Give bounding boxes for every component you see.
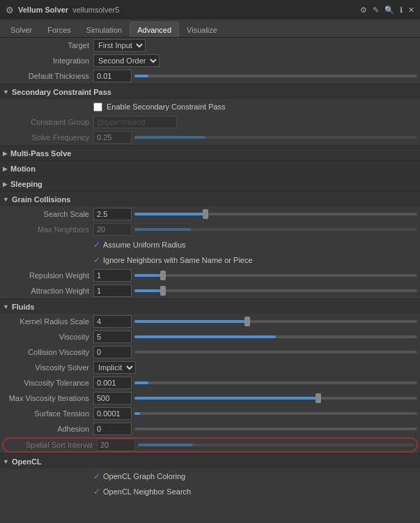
tab-solver[interactable]: Solver — [3, 22, 40, 37]
tab-advanced[interactable]: Advanced — [130, 22, 179, 37]
fluids-title: Fluids — [12, 303, 34, 311]
settings-icon[interactable]: ⚙ — [360, 6, 367, 15]
viscosity-row: Viscosity — [0, 329, 420, 344]
target-label: Target — [3, 41, 93, 50]
secondary-constraint-header[interactable]: ▼ Secondary Constraint Pass — [0, 84, 420, 99]
constraint-group-input[interactable] — [93, 116, 177, 128]
max-viscosity-iterations-input[interactable] — [93, 392, 132, 404]
ignore-neighbors-label: Ignore Neighbors with Same Name or Piece — [103, 256, 253, 264]
ignore-neighbors-check-icon: ✓ — [93, 255, 100, 265]
fluids-content: Kernel Radius Scale Viscosity Collision … — [0, 314, 420, 453]
collision-viscosity-slider[interactable] — [134, 351, 417, 354]
max-neighbors-field — [93, 223, 417, 236]
opencl-content: ✓ OpenCL Graph Coloring ✓ OpenCL Neighbo… — [0, 469, 420, 499]
multipass-header[interactable]: ▶ Multi-Pass Solve — [0, 145, 420, 160]
attraction-weight-input[interactable] — [93, 285, 132, 297]
kernel-radius-label: Kernel Radius Scale — [3, 317, 93, 326]
grain-collisions-title: Grain Collisions — [12, 195, 70, 204]
solve-frequency-slider[interactable] — [134, 136, 417, 139]
kernel-radius-row: Kernel Radius Scale — [0, 314, 420, 329]
secondary-constraint-content: Enable Secondary Constraint Pass Constra… — [0, 99, 420, 145]
content-area: Target First Input Integration Second Or… — [0, 38, 420, 523]
repulsion-weight-row: Repulsion Weight — [0, 268, 420, 283]
enable-secondary-label: Enable Secondary Constraint Pass — [107, 103, 226, 111]
assume-uniform-label: Assume Uniform Radius — [103, 241, 186, 249]
spatial-sort-input[interactable] — [97, 439, 135, 451]
kernel-radius-input[interactable] — [93, 315, 132, 328]
viscosity-solver-label: Viscosity Solver — [3, 363, 93, 372]
ignore-neighbors-row: ✓ Ignore Neighbors with Same Name or Pie… — [0, 252, 420, 268]
search-scale-slider[interactable] — [134, 213, 417, 215]
viscosity-tolerance-input[interactable] — [93, 377, 132, 389]
viscosity-tolerance-field — [93, 377, 417, 389]
max-neighbors-input[interactable] — [93, 223, 132, 236]
attraction-weight-label: Attraction Weight — [3, 287, 93, 295]
title-bar: ⚙ Vellum Solver vellumsolver5 ⚙ ✎ 🔍 ℹ ✕ — [0, 0, 420, 20]
assume-uniform-check-icon: ✓ — [93, 240, 100, 250]
max-neighbors-label: Max Neighbors — [3, 225, 93, 234]
repulsion-weight-label: Repulsion Weight — [3, 271, 93, 280]
constraint-group-label: Constraint Group — [3, 118, 93, 126]
opencl-neighbor-search-label: OpenCL Neighbor Search — [103, 487, 191, 496]
surface-tension-input[interactable] — [93, 407, 132, 420]
default-thickness-input[interactable] — [93, 70, 132, 82]
edit-icon[interactable]: ✎ — [373, 6, 379, 15]
target-field: First Input — [93, 39, 417, 52]
opencl-neighbor-search-check-icon: ✓ — [93, 487, 100, 497]
surface-tension-slider[interactable] — [134, 412, 417, 415]
search-icon[interactable]: 🔍 — [384, 6, 394, 15]
viscosity-input[interactable] — [93, 331, 132, 343]
enable-secondary-row: Enable Secondary Constraint Pass — [0, 99, 420, 114]
integration-select[interactable]: Second Order — [93, 54, 160, 67]
solve-frequency-field — [93, 131, 417, 144]
fluids-header[interactable]: ▼ Fluids — [0, 298, 420, 314]
assume-uniform-row: ✓ Assume Uniform Radius — [0, 237, 420, 252]
adhesion-input[interactable] — [93, 423, 132, 435]
spatial-sort-row: Spatial Sort Interval — [2, 437, 418, 453]
close-icon[interactable]: ✕ — [408, 6, 414, 15]
search-scale-input[interactable] — [93, 208, 132, 220]
repulsion-weight-slider[interactable] — [134, 274, 417, 277]
multipass-title: Multi-Pass Solve — [10, 149, 71, 158]
max-neighbors-slider[interactable] — [134, 228, 417, 231]
node-name: vellumsolver5 — [72, 6, 119, 14]
opencl-graph-coloring-row: ✓ OpenCL Graph Coloring — [0, 469, 420, 484]
kernel-radius-slider[interactable] — [134, 320, 417, 323]
default-thickness-field — [93, 70, 417, 82]
collision-viscosity-input[interactable] — [93, 346, 132, 358]
viscosity-solver-field: Implicit — [93, 361, 417, 374]
opencl-header[interactable]: ▼ OpenCL — [0, 453, 420, 469]
attraction-weight-field — [93, 285, 417, 297]
max-neighbors-row: Max Neighbors — [0, 222, 420, 237]
viscosity-slider[interactable] — [134, 335, 417, 338]
solve-frequency-input[interactable] — [93, 131, 132, 144]
spatial-sort-field — [97, 439, 414, 451]
max-viscosity-iterations-slider[interactable] — [134, 397, 417, 400]
target-select[interactable]: First Input — [93, 39, 146, 52]
motion-header[interactable]: ▶ Motion — [0, 160, 420, 176]
info-icon[interactable]: ℹ — [400, 6, 403, 15]
adhesion-slider[interactable] — [134, 427, 417, 430]
viscosity-solver-select[interactable]: Implicit — [93, 361, 136, 374]
sleeping-title: Sleeping — [10, 180, 42, 188]
tab-simulation[interactable]: Simulation — [79, 22, 130, 37]
default-thickness-slider[interactable] — [134, 75, 417, 77]
spatial-sort-slider[interactable] — [138, 444, 414, 446]
attraction-weight-slider[interactable] — [134, 289, 417, 292]
max-viscosity-iterations-label: Max Viscosity Iterations — [3, 394, 93, 402]
constraint-group-row: Constraint Group — [0, 114, 420, 130]
solve-frequency-row: Solve Frequency — [0, 130, 420, 145]
tab-visualize[interactable]: Visualize — [179, 22, 225, 37]
opencl-title: OpenCL — [12, 457, 42, 466]
viscosity-tolerance-slider[interactable] — [134, 381, 417, 384]
grain-collisions-header[interactable]: ▼ Grain Collisions — [0, 191, 420, 206]
surface-tension-field — [93, 407, 417, 420]
enable-secondary-checkbox[interactable] — [93, 103, 102, 112]
tab-forces[interactable]: Forces — [40, 22, 79, 37]
repulsion-weight-input[interactable] — [93, 269, 132, 282]
adhesion-row: Adhesion — [0, 421, 420, 437]
viscosity-tolerance-row: Viscosity Tolerance — [0, 375, 420, 391]
repulsion-weight-field — [93, 269, 417, 282]
sleeping-header[interactable]: ▶ Sleeping — [0, 176, 420, 191]
app-icon: ⚙ — [6, 5, 14, 15]
